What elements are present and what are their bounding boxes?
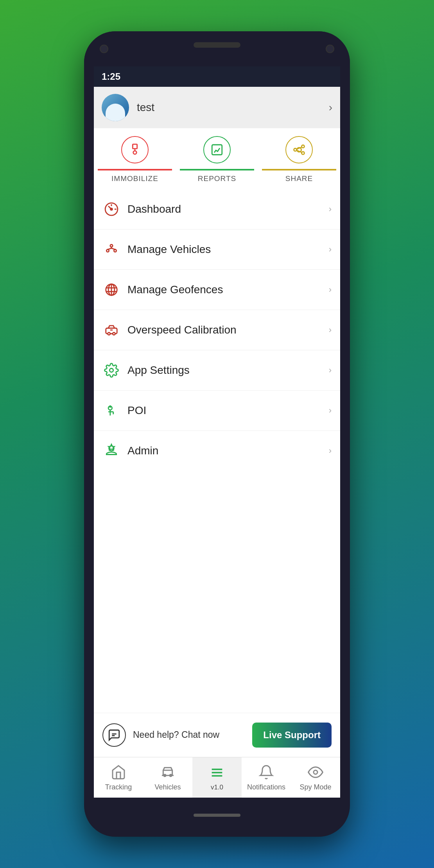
svg-marker-37 bbox=[108, 444, 115, 450]
immobilize-label: IMMOBILIZE bbox=[111, 174, 158, 183]
nav-spy-mode[interactable]: Spy Mode bbox=[291, 757, 340, 798]
phone-top-bar bbox=[84, 31, 350, 66]
phone-screen: 1:25 test › bbox=[94, 66, 340, 798]
svg-point-15 bbox=[110, 244, 113, 247]
quick-action-immobilize[interactable]: IMMOBILIZE bbox=[94, 128, 176, 189]
nav-notifications-label: Notifications bbox=[247, 783, 285, 791]
svg-rect-0 bbox=[133, 144, 137, 149]
poi-icon bbox=[102, 402, 120, 420]
share-label: SHARE bbox=[285, 174, 313, 183]
svg-point-30 bbox=[109, 368, 113, 372]
phone-frame: 1:25 test › bbox=[84, 31, 350, 837]
svg-point-27 bbox=[108, 332, 110, 335]
quick-action-share[interactable]: SHARE bbox=[258, 128, 340, 189]
nav-spy-mode-label: Spy Mode bbox=[299, 783, 331, 791]
app-settings-chevron-icon: › bbox=[329, 365, 332, 375]
admin-chevron-icon: › bbox=[329, 446, 332, 456]
nav-menu[interactable]: v1.0 bbox=[192, 757, 242, 798]
reports-label: REPORTS bbox=[198, 174, 237, 183]
front-camera-left bbox=[100, 45, 108, 53]
support-text: Need help? Chat now bbox=[133, 729, 245, 741]
reports-icon bbox=[203, 136, 231, 163]
admin-icon bbox=[102, 442, 120, 460]
nav-tracking[interactable]: Tracking bbox=[94, 757, 143, 798]
home-indicator bbox=[194, 814, 240, 817]
manage-geofences-icon bbox=[102, 281, 120, 299]
profile-header[interactable]: test › bbox=[94, 87, 340, 128]
menu-list: Dashboard › Manage Vehicles › bbox=[94, 189, 340, 713]
profile-name: test bbox=[137, 101, 329, 114]
dashboard-icon bbox=[102, 200, 120, 218]
chat-icon bbox=[102, 723, 126, 747]
phone-bottom bbox=[84, 798, 350, 833]
svg-line-20 bbox=[111, 248, 115, 249]
app-settings-icon bbox=[102, 361, 120, 379]
svg-line-19 bbox=[108, 248, 112, 249]
admin-label: Admin bbox=[127, 445, 329, 457]
app-settings-label: App Settings bbox=[127, 364, 329, 377]
profile-chevron-icon: › bbox=[329, 101, 332, 114]
svg-point-12 bbox=[111, 208, 113, 210]
menu-item-dashboard[interactable]: Dashboard › bbox=[94, 189, 340, 230]
svg-point-28 bbox=[113, 332, 115, 335]
live-support-button[interactable]: Live Support bbox=[252, 723, 332, 748]
dashboard-label: Dashboard bbox=[127, 203, 329, 215]
overspeed-icon bbox=[102, 321, 120, 339]
bottom-nav: Tracking Vehicles v1.0 bbox=[94, 757, 340, 798]
menu-item-manage-vehicles[interactable]: Manage Vehicles › bbox=[94, 230, 340, 270]
menu-item-app-settings[interactable]: App Settings › bbox=[94, 350, 340, 391]
avatar bbox=[102, 94, 129, 121]
nav-menu-label: v1.0 bbox=[211, 784, 223, 791]
manage-geofences-chevron-icon: › bbox=[329, 285, 332, 295]
svg-point-7 bbox=[294, 148, 297, 151]
menu-item-overspeed[interactable]: Overspeed Calibration › bbox=[94, 310, 340, 350]
svg-point-9 bbox=[301, 152, 304, 154]
poi-chevron-icon: › bbox=[329, 405, 332, 416]
nav-notifications[interactable]: Notifications bbox=[242, 757, 291, 798]
support-bar: Need help? Chat now Live Support bbox=[94, 713, 340, 757]
manage-geofences-label: Manage Geofences bbox=[127, 283, 329, 296]
immobilize-icon bbox=[121, 136, 149, 163]
nav-tracking-label: Tracking bbox=[105, 783, 132, 791]
menu-item-poi[interactable]: POI › bbox=[94, 391, 340, 431]
svg-point-16 bbox=[106, 249, 109, 252]
manage-vehicles-label: Manage Vehicles bbox=[127, 243, 329, 256]
menu-item-admin[interactable]: Admin › bbox=[94, 431, 340, 471]
manage-vehicles-icon bbox=[102, 240, 120, 258]
menu-item-manage-geofences[interactable]: Manage Geofences › bbox=[94, 270, 340, 310]
status-time: 1:25 bbox=[102, 71, 120, 82]
svg-point-17 bbox=[114, 249, 116, 252]
svg-rect-5 bbox=[212, 145, 222, 155]
dashboard-chevron-icon: › bbox=[329, 204, 332, 214]
nav-vehicles[interactable]: Vehicles bbox=[143, 757, 192, 798]
svg-point-33 bbox=[109, 406, 111, 407]
overspeed-label: Overspeed Calibration bbox=[127, 324, 329, 336]
manage-vehicles-chevron-icon: › bbox=[329, 244, 332, 255]
poi-label: POI bbox=[127, 404, 329, 417]
nav-vehicles-label: Vehicles bbox=[154, 783, 181, 791]
svg-point-8 bbox=[301, 145, 304, 148]
svg-point-2 bbox=[133, 151, 137, 154]
quick-actions-bar: IMMOBILIZE REPORTS bbox=[94, 128, 340, 189]
front-camera-right bbox=[326, 45, 334, 53]
svg-point-45 bbox=[314, 770, 317, 774]
overspeed-chevron-icon: › bbox=[329, 325, 332, 335]
status-bar: 1:25 bbox=[94, 66, 340, 87]
quick-action-reports[interactable]: REPORTS bbox=[176, 128, 258, 189]
speaker bbox=[194, 42, 240, 48]
share-icon bbox=[285, 136, 313, 163]
